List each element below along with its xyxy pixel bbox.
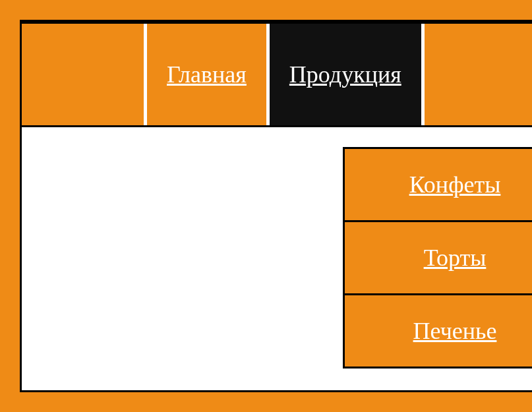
dropdown-item-cakes[interactable]: Торты [343,220,532,295]
dropdown-item-candies[interactable]: Конфеты [343,147,532,222]
dropdown-item-cookies[interactable]: Печенье [343,293,532,368]
nav-spacer [22,24,147,125]
app-frame: Главная Продукция Конфеты Торты Печенье [20,20,532,392]
nav-item-overflow [425,24,532,125]
products-dropdown: Конфеты Торты Печенье [343,147,532,368]
nav-item-home[interactable]: Главная [147,24,270,125]
nav-item-products[interactable]: Продукция [270,24,425,125]
main-nav: Главная Продукция [22,22,532,127]
